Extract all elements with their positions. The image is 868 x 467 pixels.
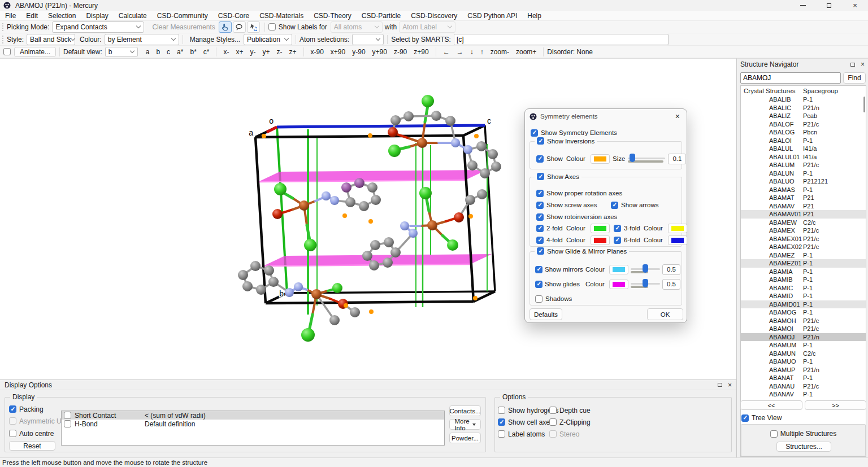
menu-item[interactable]: Edit bbox=[21, 11, 43, 20]
close-panel-icon[interactable]: × bbox=[861, 61, 865, 68]
show-glides-checkbox[interactable] bbox=[535, 281, 542, 288]
style-select[interactable]: Ball and Stick bbox=[27, 34, 75, 45]
animate-checkbox[interactable] bbox=[3, 48, 11, 55]
structure-row[interactable]: ABALOG Pbcn bbox=[741, 128, 866, 137]
shadows-checkbox[interactable] bbox=[535, 295, 542, 303]
structure-row[interactable]: ABANAT P-1 bbox=[741, 374, 866, 382]
menu-item[interactable]: Display bbox=[81, 11, 113, 20]
more-info-button[interactable]: More Info bbox=[449, 419, 481, 430]
next-structure-button[interactable]: >> bbox=[805, 400, 866, 410]
pan-arrow-button[interactable]: ↑ bbox=[477, 46, 487, 58]
atom-selections-select[interactable] bbox=[352, 34, 384, 45]
inversion-show-checkbox[interactable] bbox=[536, 155, 544, 163]
show-screw-axes-checkbox[interactable] bbox=[536, 202, 544, 209]
axis-view-button[interactable]: c bbox=[163, 46, 173, 58]
structure-row[interactable]: ABAMIA P-1 bbox=[741, 268, 866, 276]
menu-item[interactable]: CSD-Theory bbox=[309, 11, 357, 20]
structure-row[interactable]: ABALOI P-1 bbox=[741, 137, 866, 145]
fold3-checkbox[interactable] bbox=[614, 225, 621, 232]
lasso-select-button[interactable] bbox=[233, 21, 246, 33]
structure-row[interactable]: ABAMUP P21/n bbox=[741, 366, 866, 374]
contact-checkbox[interactable] bbox=[64, 412, 71, 419]
contact-checkbox[interactable] bbox=[64, 420, 71, 427]
structure-row[interactable]: ABALUO P212121 bbox=[741, 177, 866, 186]
axis-view-button[interactable]: c* bbox=[200, 46, 213, 58]
scrollbar-thumb[interactable] bbox=[863, 97, 865, 112]
zoom-in-button[interactable]: zoom+ bbox=[513, 46, 540, 58]
close-panel-icon[interactable]: × bbox=[728, 382, 732, 389]
rotate-step-button[interactable]: y+ bbox=[259, 46, 273, 58]
structure-row[interactable]: ABANAV P-1 bbox=[741, 390, 866, 399]
show-arrows-checkbox[interactable] bbox=[611, 202, 618, 209]
restore-button[interactable] bbox=[816, 0, 842, 11]
structure-row[interactable]: ABAMEX02 P21/c bbox=[741, 243, 866, 251]
defaults-button[interactable]: Defaults bbox=[530, 308, 562, 320]
axis-view-button[interactable]: a* bbox=[173, 46, 186, 58]
structure-row[interactable]: ABAMEX01 P21/c bbox=[741, 235, 866, 243]
pan-arrow-button[interactable]: ↓ bbox=[467, 46, 477, 58]
tree-view-checkbox[interactable] bbox=[741, 414, 749, 422]
structure-row[interactable]: ABALUN P-1 bbox=[741, 169, 866, 178]
smarts-input[interactable] bbox=[454, 34, 669, 45]
rotate-step-button[interactable]: y- bbox=[246, 46, 259, 58]
previous-structure-button[interactable]: << bbox=[740, 400, 802, 410]
dialog-close-icon[interactable]: × bbox=[673, 112, 682, 121]
fold4-colour-swatch[interactable] bbox=[591, 235, 610, 245]
structure-row[interactable]: ABAMEZ P-1 bbox=[741, 251, 866, 260]
show-hydrogens-checkbox[interactable] bbox=[498, 407, 505, 414]
slider-thumb[interactable] bbox=[643, 264, 648, 273]
structure-row[interactable]: ABAMUO P-1 bbox=[741, 357, 866, 366]
show-rotoinversion-checkbox[interactable] bbox=[536, 213, 544, 221]
inversion-size-value[interactable]: 0.1 bbox=[668, 154, 686, 164]
packing-checkbox[interactable] bbox=[9, 405, 16, 413]
show-axes-checkbox[interactable] bbox=[537, 173, 544, 180]
glide-colour-swatch[interactable] bbox=[609, 280, 628, 289]
zoom-out-button[interactable]: zoom- bbox=[487, 46, 513, 58]
float-panel-icon[interactable] bbox=[850, 63, 855, 67]
structure-row[interactable]: ABAMOI P21/c bbox=[741, 325, 866, 333]
rotate-90-button[interactable]: z-90 bbox=[390, 46, 410, 58]
menu-item[interactable]: CSD-Community bbox=[152, 11, 213, 20]
menu-item[interactable]: CSD-Discovery bbox=[406, 11, 462, 20]
menu-item[interactable]: File bbox=[0, 11, 21, 20]
show-inversions-checkbox[interactable] bbox=[537, 137, 544, 145]
rotate-90-button[interactable]: x-90 bbox=[307, 46, 327, 58]
glide-opacity-value[interactable]: 0.5 bbox=[662, 279, 680, 290]
structure-row[interactable]: ABAMOJ P21/n bbox=[741, 333, 866, 342]
fold2-colour-swatch[interactable] bbox=[591, 224, 610, 233]
contact-row[interactable]: Short Contact < (sum of vdW radii) bbox=[62, 411, 444, 420]
structure-row[interactable]: ABALIZ Pcab bbox=[741, 112, 866, 120]
inversion-colour-swatch[interactable] bbox=[591, 154, 610, 164]
axis-view-button[interactable]: a bbox=[142, 46, 153, 58]
rotate-90-button[interactable]: z+90 bbox=[410, 46, 432, 58]
axis-view-button[interactable]: b bbox=[153, 46, 163, 58]
structure-row[interactable]: ABAMEZ01 P-1 bbox=[741, 259, 866, 268]
dialog-title-bar[interactable]: Symmetry elements × bbox=[525, 109, 687, 124]
menu-item[interactable]: Calculate bbox=[114, 11, 152, 20]
z-clipping-checkbox[interactable] bbox=[549, 418, 557, 426]
structure-row[interactable]: ABALUL01 I41/a bbox=[741, 153, 866, 162]
structure-row[interactable]: ABAMAS P-1 bbox=[741, 186, 866, 194]
find-button[interactable]: Find bbox=[843, 72, 866, 84]
show-cell-axes-checkbox[interactable] bbox=[498, 418, 505, 426]
auto-centre-checkbox[interactable] bbox=[9, 430, 16, 437]
rotate-step-button[interactable]: z+ bbox=[286, 46, 300, 58]
colour-select[interactable]: by Element bbox=[105, 34, 179, 45]
menu-item[interactable]: CSD-Core bbox=[213, 11, 254, 20]
structure-row[interactable]: ABAMIC P-1 bbox=[741, 284, 866, 293]
structure-row[interactable]: ABAMID01 P-1 bbox=[741, 300, 866, 309]
structure-row[interactable]: ABAMAT P21 bbox=[741, 194, 866, 202]
structure-row[interactable]: ABAMOG P-1 bbox=[741, 308, 866, 317]
menu-item[interactable]: CSD-Particle bbox=[357, 11, 406, 20]
mirror-colour-swatch[interactable] bbox=[609, 265, 628, 274]
fold4-checkbox[interactable] bbox=[536, 237, 544, 244]
rotate-90-button[interactable]: x+90 bbox=[327, 46, 349, 58]
rotate-step-button[interactable]: x- bbox=[220, 46, 232, 58]
style-preset-select[interactable]: Publication bbox=[244, 34, 292, 45]
structure-row[interactable]: ABALUM P21/c bbox=[741, 161, 866, 169]
pan-arrow-button[interactable]: ← bbox=[440, 46, 453, 58]
fold6-checkbox[interactable] bbox=[614, 237, 621, 244]
toolbar-handle[interactable] bbox=[2, 23, 4, 32]
structure-row[interactable]: ABAMAV01 P21 bbox=[741, 210, 866, 219]
structure-row[interactable]: ABAMEX P21/c bbox=[741, 226, 866, 235]
